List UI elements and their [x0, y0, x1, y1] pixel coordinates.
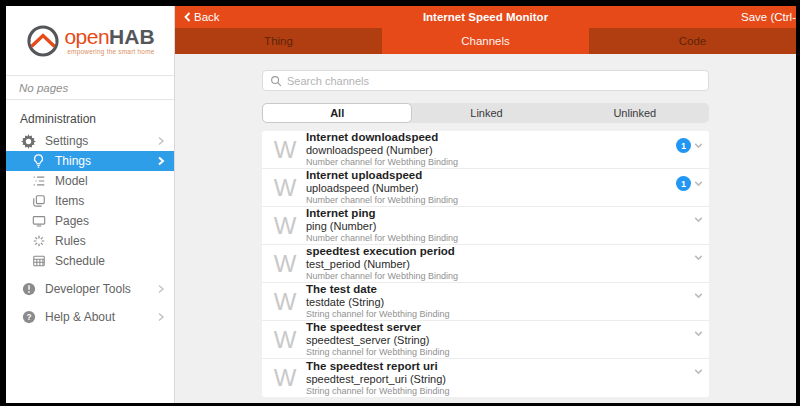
channel-description: Number channel for Webthing Binding [306, 157, 458, 168]
channel-list: W Internet downloadspeed downloadspeed (… [262, 131, 709, 397]
channel-letter-icon: W [269, 328, 301, 352]
back-button[interactable]: Back [175, 11, 220, 23]
channel-description: Number channel for Webthing Binding [306, 271, 458, 282]
channel-row-testdate[interactable]: W The test date testdate (String) String… [262, 283, 709, 321]
channel-row-downloadspeed[interactable]: W Internet downloadspeed downloadspeed (… [262, 131, 709, 169]
filter-unlinked[interactable]: Unlinked [561, 103, 709, 123]
sidebar-item-settings[interactable]: Settings [6, 131, 174, 151]
rules-icon [30, 233, 47, 249]
schedule-icon [30, 253, 47, 269]
sidebar-item-pages[interactable]: Pages [6, 211, 174, 231]
tab-thing[interactable]: Thing [175, 28, 382, 54]
channel-description: Number channel for Webthing Binding [306, 233, 458, 244]
channel-description: String channel for Webthing Binding [306, 347, 449, 358]
channel-letter-icon: W [269, 290, 301, 314]
pages-icon [30, 213, 47, 229]
channel-id: uploadspeed (Number) [306, 182, 458, 194]
sidebar-item-label: Settings [45, 134, 157, 148]
topbar: Back Internet Speed Monitor Save (Ctrl- [175, 6, 796, 28]
sidebar-item-schedule[interactable]: Schedule [6, 251, 174, 271]
model-icon [30, 173, 47, 189]
chevron-right-icon [157, 312, 165, 322]
sidebar-item-label: Items [55, 194, 165, 208]
channel-letter-icon: W [269, 214, 301, 238]
openhab-wordmark: openHAB [64, 26, 154, 47]
channel-title: speedtest execution period [306, 245, 458, 258]
sidebar-item-developer-tools[interactable]: Developer Tools [6, 279, 174, 299]
gear-icon [20, 133, 37, 149]
channel-title: Internet downloadspeed [306, 131, 458, 144]
channel-letter-icon: W [269, 366, 301, 390]
channel-row-uploadspeed[interactable]: W Internet uploadspeed uploadspeed (Numb… [262, 169, 709, 207]
logo-tagline: empowering the smart home [64, 48, 154, 55]
channel-id: testdate (String) [306, 296, 449, 308]
channel-id: speedtest_server (String) [306, 334, 449, 346]
search-bar [262, 70, 709, 91]
main-panel: Back Internet Speed Monitor Save (Ctrl- … [175, 6, 796, 403]
chevron-right-icon [157, 136, 165, 146]
chevron-down-icon[interactable] [693, 178, 704, 189]
page-title: Internet Speed Monitor [175, 11, 796, 23]
channel-id: ping (Number) [306, 220, 458, 232]
channel-row-ping[interactable]: W Internet ping ping (Number) Number cha… [262, 207, 709, 245]
save-button[interactable]: Save (Ctrl- [741, 11, 796, 23]
chevron-down-icon[interactable] [693, 252, 704, 263]
chevron-down-icon[interactable] [693, 328, 704, 339]
sidebar-nav: Administration Settings Things [6, 100, 174, 327]
channel-title: The speedtest report uri [306, 360, 449, 373]
sidebar-section-administration: Administration [6, 108, 174, 131]
sidebar-item-model[interactable]: Model [6, 171, 174, 191]
filter-all[interactable]: All [262, 103, 412, 123]
sidebar-item-label: Schedule [55, 254, 165, 268]
channel-description: Number channel for Webthing Binding [306, 195, 458, 206]
exclamation-icon [20, 281, 37, 297]
sidebar-item-help-about[interactable]: ? Help & About [6, 307, 174, 327]
openhab-logo: openHAB empowering the smart home [6, 6, 174, 75]
chevron-down-icon[interactable] [693, 366, 704, 377]
channel-title: Internet uploadspeed [306, 169, 458, 182]
channel-title: The speedtest server [306, 321, 449, 334]
sidebar-item-label: Model [55, 174, 165, 188]
chevron-down-icon[interactable] [693, 140, 704, 151]
sidebar: openHAB empowering the smart home No pag… [6, 6, 175, 403]
chevron-right-icon [157, 284, 165, 294]
search-icon [270, 75, 282, 87]
items-icon [30, 193, 47, 209]
channel-title: Internet ping [306, 207, 458, 220]
question-icon: ? [20, 309, 37, 325]
channel-id: speedtest_report_uri (String) [306, 373, 449, 385]
svg-text:?: ? [26, 312, 31, 322]
lightbulb-icon [30, 153, 47, 169]
channel-title: The test date [306, 283, 449, 296]
chevron-right-icon [157, 156, 165, 166]
filter-linked[interactable]: Linked [412, 103, 560, 123]
sidebar-item-label: Help & About [45, 310, 157, 324]
channel-id: test_period (Number) [306, 258, 458, 270]
search-input[interactable] [287, 75, 701, 87]
sidebar-item-things[interactable]: Things [6, 151, 174, 171]
tab-channels[interactable]: Channels [382, 28, 589, 54]
app-window: openHAB empowering the smart home No pag… [6, 6, 796, 403]
chevron-down-icon[interactable] [693, 214, 704, 225]
openhab-logo-icon [25, 23, 61, 59]
linked-count-badge: 1 [676, 176, 691, 191]
no-pages-label: No pages [6, 75, 174, 100]
sidebar-item-items[interactable]: Items [6, 191, 174, 211]
channel-id: downloadspeed (Number) [306, 144, 458, 156]
tab-code[interactable]: Code [589, 28, 796, 54]
channel-letter-icon: W [269, 138, 301, 162]
channel-row-speedtest-server[interactable]: W The speedtest server speedtest_server … [262, 321, 709, 359]
channel-letter-icon: W [269, 252, 301, 276]
sidebar-item-rules[interactable]: Rules [6, 231, 174, 251]
sidebar-item-label: Pages [55, 214, 165, 228]
channel-description: String channel for Webthing Binding [306, 386, 449, 397]
chevron-left-icon [184, 12, 191, 22]
filter-segmented-control: All Linked Unlinked [262, 103, 709, 123]
channel-row-test-period[interactable]: W speedtest execution period test_period… [262, 245, 709, 283]
content-area: All Linked Unlinked W Internet downloads… [175, 54, 796, 403]
chevron-down-icon[interactable] [693, 290, 704, 301]
linked-count-badge: 1 [676, 138, 691, 153]
sidebar-item-label: Things [55, 154, 157, 168]
channel-row-speedtest-report-uri[interactable]: W The speedtest report uri speedtest_rep… [262, 359, 709, 397]
channel-description: String channel for Webthing Binding [306, 309, 449, 320]
